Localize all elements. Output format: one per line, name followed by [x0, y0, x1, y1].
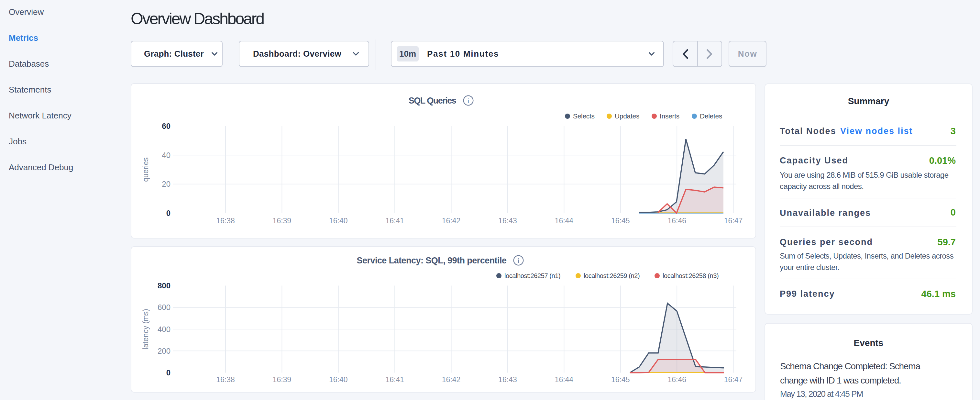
svg-text:200: 200 [158, 347, 170, 355]
svg-text:0: 0 [166, 209, 170, 217]
svg-text:i: i [467, 97, 469, 105]
svg-text:16:41: 16:41 [385, 375, 404, 384]
svg-text:16:39: 16:39 [273, 217, 291, 225]
svg-text:16:45: 16:45 [611, 217, 630, 225]
svg-text:16:45: 16:45 [611, 375, 630, 384]
svg-text:600: 600 [158, 303, 170, 312]
svg-text:16:46: 16:46 [667, 217, 686, 225]
svg-text:16:41: 16:41 [385, 217, 404, 225]
svg-text:16:44: 16:44 [555, 217, 574, 225]
svg-text:16:38: 16:38 [216, 217, 235, 225]
svg-text:16:47: 16:47 [724, 217, 743, 225]
svg-text:20: 20 [162, 180, 170, 188]
svg-text:400: 400 [158, 325, 170, 334]
svg-text:16:42: 16:42 [442, 217, 461, 225]
svg-text:16:43: 16:43 [498, 375, 517, 384]
svg-text:16:47: 16:47 [724, 375, 743, 384]
svg-text:60: 60 [162, 122, 170, 131]
svg-text:0: 0 [166, 368, 170, 377]
svg-text:16:38: 16:38 [216, 375, 235, 384]
svg-text:16:39: 16:39 [273, 375, 291, 384]
svg-text:16:40: 16:40 [329, 375, 348, 384]
svg-text:16:42: 16:42 [442, 375, 461, 384]
svg-text:queries: queries [142, 157, 150, 182]
svg-text:40: 40 [162, 151, 170, 159]
svg-text:800: 800 [158, 281, 170, 290]
svg-text:i: i [517, 257, 519, 265]
svg-text:16:46: 16:46 [667, 375, 686, 384]
svg-text:16:40: 16:40 [329, 217, 348, 225]
svg-text:latency (ms): latency (ms) [142, 309, 150, 349]
svg-text:16:43: 16:43 [498, 217, 517, 225]
svg-text:16:44: 16:44 [555, 375, 574, 384]
